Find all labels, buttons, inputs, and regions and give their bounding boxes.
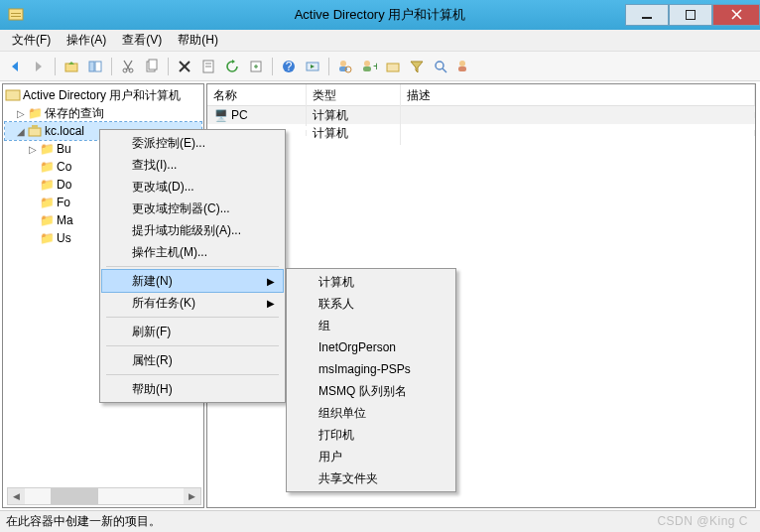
app-icon (8, 7, 24, 23)
sub-printer[interactable]: 打印机 (289, 424, 453, 446)
sub-ou[interactable]: 组织单位 (289, 402, 453, 424)
tree-root[interactable]: Active Directory 用户和计算机 (5, 86, 201, 104)
svg-rect-13 (149, 60, 157, 69)
svg-rect-3 (642, 17, 652, 19)
menu-action[interactable]: 操作(A) (59, 30, 114, 51)
separator (106, 345, 279, 346)
refresh-icon[interactable] (221, 56, 243, 77)
sub-computer[interactable]: 计算机 (289, 271, 453, 293)
svg-point-26 (364, 61, 370, 66)
list-body: 🖥️PC 计算机 计算机 (207, 106, 755, 142)
back-icon[interactable] (4, 56, 26, 77)
menubar: 文件(F) 操作(A) 查看(V) 帮助(H) (0, 30, 760, 52)
ctx-refresh[interactable]: 刷新(F) (102, 321, 283, 342)
svg-point-30 (436, 62, 443, 69)
folder-action-icon[interactable] (382, 56, 404, 77)
menu-help[interactable]: 帮助(H) (170, 30, 226, 51)
column-type[interactable]: 类型 (307, 84, 401, 105)
svg-rect-0 (9, 9, 23, 20)
ctx-ops-master[interactable]: 操作主机(M)... (102, 241, 283, 263)
folder-icon: 📁 (39, 195, 55, 210)
watermark: CSDN @King C (657, 514, 748, 528)
sub-contact[interactable]: 联系人 (289, 293, 453, 315)
svg-rect-29 (387, 64, 399, 71)
svg-rect-7 (65, 64, 77, 71)
tree-child-label: Bu (57, 142, 71, 156)
ctx-alltasks-label: 所有任务(K) (132, 295, 195, 312)
maximize-button[interactable] (669, 4, 712, 26)
tree-saved-queries-label: 保存的查询 (45, 105, 104, 122)
sub-group[interactable]: 组 (289, 315, 453, 336)
svg-text:?: ? (286, 60, 293, 73)
show-hide-icon[interactable] (84, 56, 106, 77)
menu-view[interactable]: 查看(V) (114, 30, 170, 51)
forward-icon[interactable] (28, 56, 50, 77)
column-name[interactable]: 名称 (207, 84, 307, 105)
minimize-button[interactable] (625, 4, 669, 26)
expander-icon[interactable]: ▷ (27, 144, 39, 155)
svg-rect-35 (29, 128, 41, 136)
svg-rect-1 (11, 13, 21, 14)
column-desc[interactable]: 描述 (401, 84, 755, 105)
cell-desc (401, 130, 755, 136)
properties-icon[interactable] (197, 56, 219, 77)
folder-icon: 📁 (39, 159, 55, 175)
scroll-left-icon[interactable]: ◀ (8, 488, 25, 504)
ctx-all-tasks[interactable]: 所有任务(K)▶ (102, 292, 283, 314)
tree-saved-queries[interactable]: ▷ 📁 保存的查询 (5, 104, 201, 122)
ctx-new[interactable]: 新建(N)▶ (102, 270, 283, 292)
scroll-track[interactable] (25, 488, 184, 504)
sub-shared-folder[interactable]: 共享文件夹 (289, 467, 453, 489)
search-icon[interactable] (430, 56, 451, 77)
sub-inetorgperson[interactable]: InetOrgPerson (289, 336, 453, 358)
status-bar: 在此容器中创建一新的项目。 CSDN @King C (0, 510, 760, 532)
ctx-delegate[interactable]: 委派控制(E)... (102, 132, 283, 154)
svg-rect-33 (458, 66, 466, 71)
menu-file[interactable]: 文件(F) (4, 30, 59, 51)
list-item[interactable]: 计算机 (207, 124, 755, 142)
sub-msimaging-psps[interactable]: msImaging-PSPs (289, 358, 453, 380)
ctx-change-domain[interactable]: 更改域(D)... (102, 176, 283, 198)
cell-desc (401, 112, 755, 118)
titlebar: Active Directory 用户和计算机 (0, 0, 760, 30)
cell-name: PC (231, 108, 248, 122)
run-icon[interactable] (302, 56, 323, 77)
cut-icon[interactable] (117, 56, 139, 77)
add-resource-icon[interactable] (453, 56, 475, 77)
scroll-right-icon[interactable]: ▶ (184, 488, 200, 504)
tree-horizontal-scrollbar[interactable]: ◀ ▶ (7, 487, 201, 505)
tree-root-label: Active Directory 用户和计算机 (23, 87, 181, 104)
scroll-thumb[interactable] (51, 488, 98, 504)
ctx-raise-level[interactable]: 提升域功能级别(A)... (102, 219, 283, 241)
tree-child-label: Do (57, 178, 71, 192)
add-user-icon[interactable]: + (358, 56, 380, 77)
ctx-find[interactable]: 查找(I)... (102, 154, 283, 176)
console-root-icon (5, 87, 21, 103)
filter-icon[interactable] (406, 56, 428, 77)
sub-msmq-alias[interactable]: MSMQ 队列别名 (289, 380, 453, 402)
window-controls (625, 5, 760, 26)
delete-icon[interactable] (174, 56, 195, 77)
ctx-properties[interactable]: 属性(R) (102, 349, 283, 371)
copy-icon[interactable] (141, 56, 163, 77)
context-menu: 委派控制(E)... 查找(I)... 更改域(D)... 更改域控制器(C).… (99, 129, 286, 403)
ctx-help[interactable]: 帮助(H) (102, 378, 283, 400)
computer-icon: 🖥️ (213, 107, 229, 123)
folder-icon: 📁 (39, 177, 55, 193)
sub-user[interactable]: 用户 (289, 446, 453, 467)
tree-child-label: Ma (57, 213, 73, 227)
svg-rect-9 (95, 62, 101, 71)
expander-icon[interactable]: ◢ (15, 126, 27, 137)
toolbar: ? + (0, 52, 760, 81)
list-item[interactable]: 🖥️PC 计算机 (207, 106, 755, 124)
help-icon[interactable]: ? (278, 56, 300, 77)
user-find-icon[interactable] (334, 56, 356, 77)
close-button[interactable] (712, 4, 760, 26)
up-folder-icon[interactable] (61, 56, 82, 77)
separator (106, 317, 279, 318)
status-text: 在此容器中创建一新的项目。 (6, 513, 161, 530)
expander-icon[interactable]: ▷ (15, 108, 27, 119)
svg-rect-8 (89, 62, 94, 71)
export-icon[interactable] (245, 56, 267, 77)
ctx-change-dc[interactable]: 更改域控制器(C)... (102, 198, 283, 219)
